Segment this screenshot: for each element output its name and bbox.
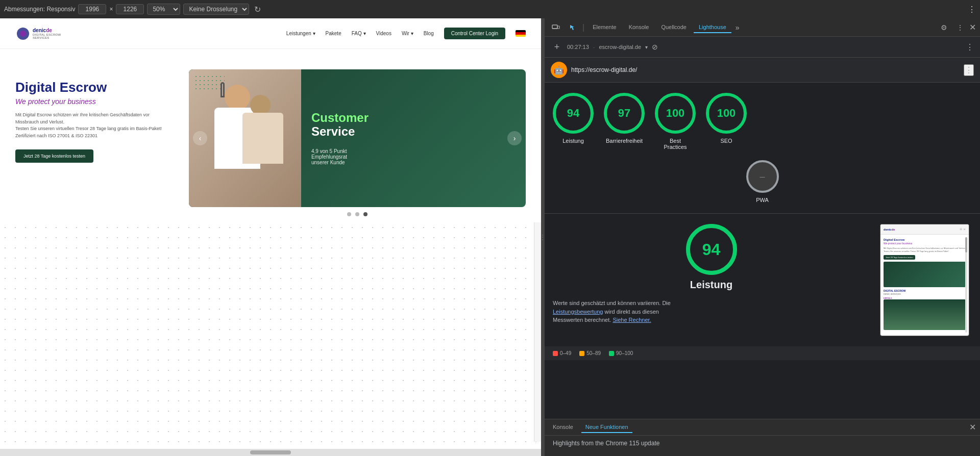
score-best-practices-label: BestPractices <box>664 138 687 150</box>
hero-title: Digital Escrow <box>15 80 168 95</box>
site-nav: denicde DIGITAL ESCROWSERVICES Leistunge… <box>0 18 541 49</box>
nav-videos[interactable]: Videos <box>376 31 391 36</box>
devtools-icon-inspect[interactable] <box>565 20 579 35</box>
pwa-dash: — <box>760 174 765 180</box>
bottom-tab-neue-funktionen[interactable]: Neue Funktionen <box>581 422 632 433</box>
nav-pakete[interactable]: Pakete <box>326 31 341 36</box>
slider-dot-2[interactable] <box>355 212 359 216</box>
thumb-sub: We protect your business <box>884 242 966 245</box>
slider-next-btn[interactable]: › <box>507 131 522 145</box>
throttle-select[interactable]: Keine Drosselung <box>183 4 249 15</box>
nav-wir[interactable]: Wir ▾ <box>402 31 413 36</box>
score-leistung-circle: 94 <box>553 93 594 134</box>
lighthouse-site-url: https://escrow-digital.de/ <box>571 66 637 73</box>
hero-cta-btn[interactable]: Jetzt 28 Tage kostenlos testen <box>15 149 93 163</box>
hero-section: Digital Escrow We protect your business … <box>0 49 541 222</box>
score-best-practices: 100 BestPractices <box>655 93 696 150</box>
slider-dot-3[interactable] <box>363 212 368 216</box>
leistung-big-circle: 94 <box>686 224 737 275</box>
logo-icon <box>15 26 31 41</box>
devtools-icon-responsive[interactable] <box>549 20 563 35</box>
tab-more[interactable]: » <box>733 23 742 32</box>
devtools-panel: | Elemente Konsole Quellcode Lighthouse … <box>544 18 980 456</box>
leistung-big-title: Leistung <box>690 279 732 291</box>
site-logo: denicde DIGITAL ESCROWSERVICES <box>15 26 61 41</box>
leistung-big-score: 94 Leistung <box>553 224 870 291</box>
thumb-title: Digital Escrow <box>884 238 966 242</box>
slider-dot-1[interactable] <box>347 212 351 216</box>
website-hscroll[interactable] <box>0 449 541 456</box>
leistung-detail-section: 94 Leistung Werte sind geschätzt und kön… <box>545 214 980 346</box>
devtools-tabs: | Elemente Konsole Quellcode Lighthouse … <box>545 18 980 37</box>
website-preview-panel: denicde DIGITAL ESCROWSERVICES Leistunge… <box>0 18 541 456</box>
leistung-thumbnail: denicde ≡ × Digital Escrow We protect yo… <box>880 224 972 336</box>
bottom-close-btn[interactable]: ✕ <box>969 422 976 432</box>
bottom-tab-konsole[interactable]: Konsole <box>549 422 577 433</box>
leistungsbewertung-link[interactable]: Leistungsbewertung <box>553 309 603 315</box>
person1-head <box>225 85 250 110</box>
width-input[interactable] <box>78 4 106 14</box>
lighthouse-bot-icon: 🤖 <box>551 62 567 78</box>
zoom-select[interactable]: 50% 75% 100% <box>147 4 180 15</box>
thumb-nav-icons: ≡ × <box>960 227 966 232</box>
lighthouse-more-btn[interactable]: ⋮ <box>966 42 974 52</box>
lighthouse-legend: 0–49 50–89 90–100 <box>545 346 980 360</box>
legend-red-label: 0–49 <box>560 350 571 356</box>
site-thumbnail: denicde ≡ × Digital Escrow We protect yo… <box>880 224 969 336</box>
pwa-circle: — <box>746 160 779 193</box>
logo-text: denicde DIGITAL ESCROWSERVICES <box>33 28 61 39</box>
thumb-logo: denicde <box>884 228 895 231</box>
svg-rect-3 <box>557 26 559 29</box>
nav-leistungen[interactable]: Leistungen ▾ <box>286 31 315 36</box>
lighthouse-url[interactable]: escrow-digital.de <box>599 44 642 50</box>
rechner-link[interactable]: Siehe Rechner. <box>612 317 651 323</box>
tab-quellcode[interactable]: Quellcode <box>656 22 692 33</box>
nav-faq[interactable]: FAQ ▾ <box>352 31 366 36</box>
lighthouse-site-row: 🤖 https://escrow-digital.de/ ⋮ <box>545 58 980 83</box>
lighthouse-header: + 00:27:13 - escrow-digital.de ▾ ⊘ ⋮ <box>545 37 980 58</box>
height-input[interactable] <box>116 4 144 14</box>
legend-green-label: 90–100 <box>616 350 633 356</box>
thumb-btn: Jetzt 28 Tage kostenlos testen <box>884 255 915 260</box>
thumb-services: DENIC SERVICES <box>884 293 966 296</box>
hero-description: Mit Digital Escrow schützen wir Ihre kri… <box>15 112 168 139</box>
lighthouse-site-more-btn[interactable]: ⋮ <box>964 64 974 76</box>
slide-rating: 4,9 von 5 Punkt Empfehlungsrat unserer K… <box>311 148 516 165</box>
lighthouse-scores-section: 94 Leistung 97 Barrierefreiheit <box>545 83 980 213</box>
svg-rect-2 <box>552 25 557 29</box>
score-seo-label: SEO <box>720 138 732 144</box>
more-vertical-icon[interactable]: ⋮ <box>953 20 967 35</box>
control-center-btn[interactable]: Control Center Login <box>444 28 505 39</box>
language-flag[interactable] <box>516 30 526 37</box>
score-barrierefreiheit-circle: 97 <box>604 93 645 134</box>
url-chevron: ▾ <box>645 44 648 50</box>
timer-separator: - <box>593 44 595 50</box>
person2-head <box>250 95 271 115</box>
below-hero <box>0 222 541 324</box>
headset <box>220 82 225 97</box>
score-leistung-label: Leistung <box>562 138 584 144</box>
legend-green: 90–100 <box>609 350 633 356</box>
slide-content: Customer Service 4,9 von 5 Punkt Empfehl… <box>301 96 526 181</box>
score-barrierefreiheit: 97 Barrierefreiheit <box>604 93 645 150</box>
more-options-icon[interactable]: ⋮ <box>968 5 976 14</box>
tab-konsole[interactable]: Konsole <box>624 22 654 33</box>
lighthouse-clear-btn[interactable]: ⊘ <box>652 43 658 51</box>
score-best-practices-circle: 100 <box>655 93 696 134</box>
settings-icon[interactable]: ⚙ <box>937 20 951 35</box>
lighthouse-add-btn[interactable]: + <box>551 41 563 53</box>
rotate-icon[interactable]: ↻ <box>252 4 262 14</box>
nav-blog[interactable]: Blog <box>424 31 434 36</box>
main-layout: denicde DIGITAL ESCROWSERVICES Leistunge… <box>0 18 980 456</box>
top-toolbar: Abmessungen: Responsiv × 50% 75% 100% Ke… <box>0 0 980 18</box>
slider-prev-btn[interactable]: ‹ <box>193 131 207 145</box>
tab-lighthouse[interactable]: Lighthouse <box>694 22 731 33</box>
tab-elements[interactable]: Elemente <box>587 22 621 33</box>
legend-orange-dot <box>579 351 584 356</box>
devtools-close-btn[interactable]: ✕ <box>969 22 976 32</box>
leistung-description: Werte sind geschätzt und können variiere… <box>553 299 685 324</box>
hero-subtitle: We protect your business <box>15 97 168 106</box>
dimension-separator: × <box>109 6 113 13</box>
thumb-nav: denicde ≡ × <box>880 224 969 235</box>
score-barrierefreiheit-label: Barrierefreiheit <box>606 138 643 144</box>
